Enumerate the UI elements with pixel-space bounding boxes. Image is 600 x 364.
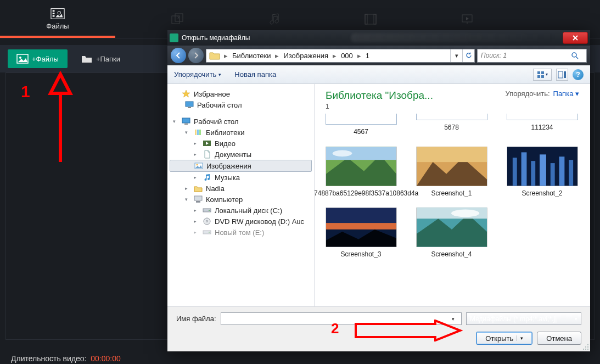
crumb-2[interactable]: 000 — [338, 49, 356, 62]
music-icon — [267, 13, 281, 26]
desktop-icon — [182, 117, 190, 126]
file-item[interactable]: 4567 — [321, 114, 401, 137]
tree-libraries[interactable]: ▾ Библиотеки — [167, 127, 314, 138]
svg-rect-28 — [199, 130, 201, 135]
address-dropdown[interactable]: ▾ — [450, 49, 462, 62]
presentation-icon — [460, 13, 474, 26]
library-title: Библиотека "Изобра... — [326, 89, 500, 102]
svg-point-63 — [585, 349, 586, 350]
tree-local-c[interactable]: ▸ Локальный диск (C:) — [167, 205, 314, 216]
svg-rect-32 — [194, 196, 202, 200]
music-lib-icon — [203, 173, 211, 182]
crumb-3[interactable]: 1 — [362, 49, 373, 62]
tree-nadia[interactable]: ▸ Nadia — [167, 183, 314, 194]
svg-rect-52 — [569, 160, 573, 186]
tree-desktop[interactable]: ▾ Рабочий стол — [167, 116, 314, 127]
search-box[interactable] — [477, 49, 587, 63]
filter-select[interactable]: Медиафайлы (*.mp4;*.avi;*.j| ▾ — [466, 312, 581, 325]
search-icon — [571, 52, 579, 59]
organize-menu[interactable]: Упорядочить ▾ — [174, 70, 221, 79]
open-button[interactable]: Открыть ▾ — [476, 332, 532, 345]
drive-icon — [203, 228, 211, 237]
tree-music[interactable]: ▸ Музыка — [167, 172, 314, 183]
close-button[interactable] — [563, 32, 588, 44]
tree-favorites[interactable]: Избранное — [167, 88, 314, 99]
dialog-footer: Имя файла: 2 ▾ Медиафайлы (*.mp4;*.avi;*… — [167, 306, 590, 351]
app-icon — [170, 33, 178, 42]
svg-rect-33 — [196, 201, 200, 203]
arrange-by: Упорядочить: Папка ▾ — [506, 89, 579, 98]
svg-rect-21 — [564, 71, 566, 78]
refresh-button[interactable] — [462, 49, 474, 62]
cancel-button[interactable]: Отмена — [537, 332, 581, 345]
status-timecode: 00:00:00 — [91, 354, 121, 363]
filmstrip-icon — [363, 13, 378, 26]
svg-point-60 — [585, 346, 586, 348]
file-item[interactable]: c8974887ba65129e98f3537a10863d4a — [321, 147, 401, 198]
file-item[interactable]: Screenshot_2 — [502, 147, 582, 198]
address-bar[interactable]: ▸ Библиотеки ▸ Изображения ▸ 000 ▸ 1 ▾ — [206, 49, 475, 63]
svg-point-61 — [587, 346, 588, 348]
svg-rect-16 — [537, 71, 540, 74]
tree-videos[interactable]: ▸ Видео — [167, 138, 314, 149]
search-input[interactable] — [481, 52, 569, 59]
file-item[interactable]: 5678 — [412, 114, 491, 132]
image-icon — [16, 54, 29, 64]
svg-rect-23 — [188, 107, 191, 108]
svg-rect-17 — [541, 71, 544, 74]
file-item[interactable]: Screenshot_1 — [412, 147, 491, 198]
tree-pictures[interactable]: Изображения — [170, 160, 312, 172]
nav-forward-button[interactable] — [188, 48, 204, 63]
svg-point-64 — [587, 349, 588, 350]
file-thumb — [326, 114, 397, 125]
preview-pane-button[interactable] — [556, 69, 568, 81]
star-icon — [182, 89, 190, 98]
video-lib-icon — [203, 139, 211, 148]
tree-computer[interactable]: ▾ Компьютер — [167, 194, 314, 205]
arrow-left-icon — [175, 52, 182, 59]
titlebar: Открыть медиафайлы — [167, 30, 590, 46]
nav-back-button[interactable] — [171, 48, 186, 63]
drive-icon — [203, 206, 211, 215]
nav-tree[interactable]: Избранное Рабочий стол ▾ Рабочий стол ▾ … — [167, 84, 315, 306]
tree-desktop-fav[interactable]: Рабочий стол — [167, 99, 314, 110]
annotation-1: 1 — [21, 82, 30, 101]
close-icon — [572, 35, 579, 41]
svg-rect-27 — [197, 130, 199, 135]
svg-rect-2 — [53, 13, 55, 14]
add-files-button[interactable]: +Файлы — [8, 49, 68, 68]
help-button[interactable]: ? — [573, 69, 584, 80]
file-item[interactable]: Screenshot_3 — [321, 208, 401, 259]
libraries-icon — [194, 128, 203, 137]
image-thumb — [416, 208, 487, 247]
tree-dvd[interactable]: ▸ DVD RW дисковод (D:) Auc — [167, 216, 314, 227]
svg-rect-3 — [53, 15, 55, 17]
svg-rect-19 — [541, 75, 544, 78]
documents-icon — [203, 150, 211, 159]
crumb-1[interactable]: Изображения — [280, 49, 332, 62]
crumb-0[interactable]: Библиотеки — [229, 49, 274, 62]
desktop-icon — [185, 100, 194, 109]
command-bar: Упорядочить ▾ Новая папка ▾ ? — [167, 65, 590, 84]
svg-rect-48 — [531, 161, 535, 186]
user-folder-icon — [194, 184, 203, 193]
open-split-dropdown[interactable]: ▾ — [517, 335, 523, 341]
svg-point-13 — [19, 57, 21, 59]
file-item[interactable]: 111234 — [502, 114, 582, 132]
add-folders-button[interactable]: +Папки — [73, 49, 128, 68]
pictures-icon — [194, 161, 203, 170]
tab-files[interactable]: Файлы — [0, 0, 115, 38]
new-folder-button[interactable]: Новая папка — [234, 70, 276, 79]
tab-label: Файлы — [46, 22, 69, 30]
resize-grip-icon[interactable] — [581, 343, 589, 350]
nav-row: ▸ Библиотеки ▸ Изображения ▸ 000 ▸ 1 ▾ — [167, 46, 590, 65]
tree-new-e[interactable]: ▸ Новый том (E:) — [167, 227, 314, 238]
tree-documents[interactable]: ▸ Документы — [167, 149, 314, 160]
arrange-link[interactable]: Папка ▾ — [553, 89, 579, 98]
new-folder-label: Новая папка — [234, 70, 276, 79]
thumbnail-area[interactable]: 4567 5678 111234 — [315, 110, 590, 306]
add-folders-label: +Папки — [96, 55, 120, 63]
file-item[interactable]: Screenshot_4 — [412, 208, 491, 259]
view-mode-button[interactable]: ▾ — [533, 69, 552, 81]
svg-point-37 — [206, 221, 208, 222]
